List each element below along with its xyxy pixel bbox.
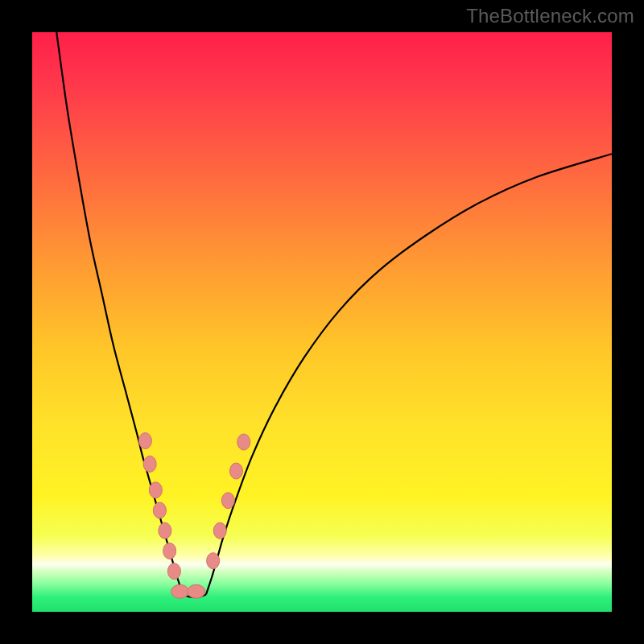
marker-point — [221, 493, 234, 509]
background-gradient — [32, 32, 612, 612]
marker-point — [207, 553, 220, 569]
chart-svg — [32, 32, 612, 612]
marker-point — [167, 564, 180, 580]
marker-point — [229, 463, 242, 479]
marker-point — [163, 543, 176, 559]
marker-point — [149, 482, 162, 498]
chart-frame: TheBottleneck.com — [0, 0, 644, 644]
marker-point — [188, 584, 205, 598]
marker-point — [237, 434, 250, 450]
marker-point — [213, 522, 226, 539]
marker-point — [159, 522, 171, 539]
marker-point — [143, 456, 156, 472]
plot-area — [32, 32, 612, 612]
marker-point — [138, 433, 151, 449]
marker-point — [153, 502, 166, 518]
marker-point — [171, 584, 189, 598]
watermark-label: TheBottleneck.com — [466, 5, 634, 27]
